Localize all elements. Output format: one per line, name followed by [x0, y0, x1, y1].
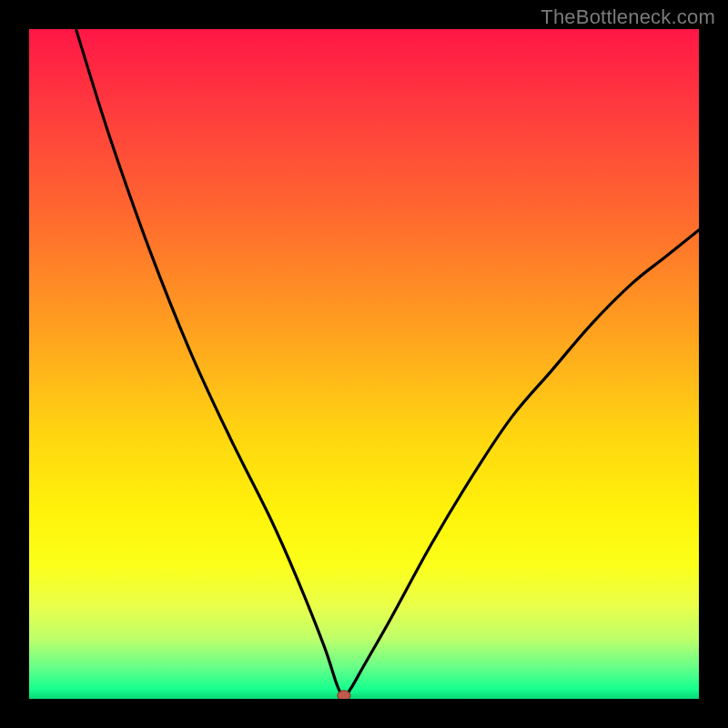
- plot-area: [29, 29, 699, 699]
- gradient-background: [29, 29, 699, 699]
- minimum-marker: [338, 691, 350, 699]
- chart-frame: TheBottleneck.com: [0, 0, 728, 728]
- chart-svg: [29, 29, 699, 699]
- watermark-text: TheBottleneck.com: [541, 5, 715, 29]
